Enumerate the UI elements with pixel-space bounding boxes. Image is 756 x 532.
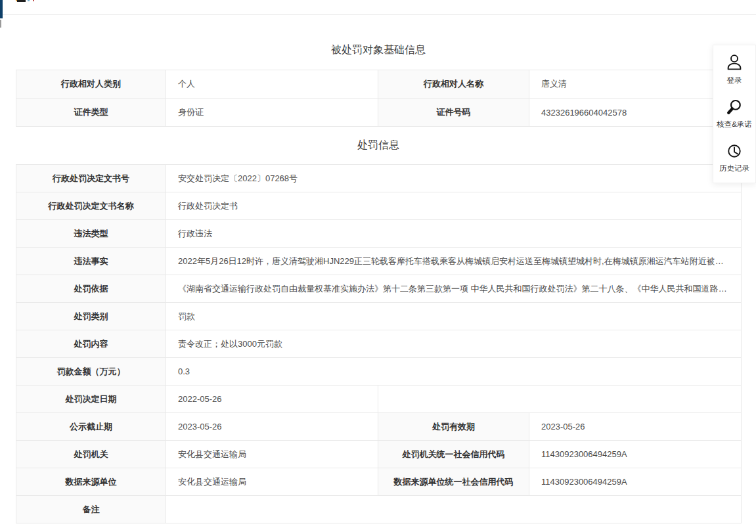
table-row: 违法事实 2022年5月26日12时许，唐义清驾驶湘HJN229正三轮载客摩托车… — [16, 248, 742, 275]
table-row: 公示截止期 2023-05-26 处罚有效期 2023-05-26 — [16, 413, 742, 441]
table-row: 备注 — [16, 496, 742, 523]
field-value: 11430923006494259A — [529, 468, 742, 496]
field-value: 身份证 — [166, 99, 378, 127]
field-value: 行政违法 — [166, 220, 742, 248]
login-button[interactable]: 登录 — [713, 53, 755, 85]
table-row: 数据来源单位 安化县交通运输局 数据来源单位统一社会信用代码 114309230… — [16, 468, 742, 496]
field-value-empty — [378, 386, 742, 413]
field-value: 安交处罚决定〔2022〕07268号 — [166, 165, 742, 192]
field-label: 违法类型 — [16, 220, 166, 248]
field-value: 行政处罚决定书 — [166, 192, 742, 220]
field-value: 11430923006494259A — [529, 441, 742, 468]
field-label: 处罚决定日期 — [16, 386, 166, 413]
table-row: 行政处罚决定文书号 安交处罚决定〔2022〕07268号 — [16, 165, 742, 192]
search-icon — [724, 97, 744, 117]
field-label: 证件类型 — [16, 99, 166, 127]
basic-info-title: 被处罚对象基础信息 — [16, 44, 741, 56]
clipped-fragment — [17, 0, 26, 2]
field-label: 证件号码 — [378, 99, 529, 127]
table-row: 处罚机关 安化县交通运输局 处罚机关统一社会信用代码 1143092300649… — [16, 441, 742, 468]
table-row: 处罚决定日期 2022-05-26 — [16, 386, 742, 413]
field-value: 罚款 — [166, 303, 742, 330]
field-value: 个人 — [166, 70, 378, 99]
table-row: 行政相对人类别 个人 行政相对人名称 唐义清 — [16, 70, 742, 99]
field-label: 行政处罚决定文书名称 — [16, 192, 166, 220]
field-label: 处罚依据 — [16, 275, 166, 303]
basic-info-table: 行政相对人类别 个人 行政相对人名称 唐义清 证件类型 身份证 证件号码 432… — [16, 70, 742, 127]
history-label: 历史记录 — [719, 164, 749, 173]
table-row: 证件类型 身份证 证件号码 432326196604042578 — [16, 99, 742, 127]
field-value-empty — [166, 496, 742, 523]
field-value: 2023-05-26 — [529, 413, 742, 441]
table-row: 处罚依据 《湖南省交通运输行政处罚自由裁量权基准实施办法》第十二条第三款第一项 … — [16, 275, 742, 303]
field-label: 行政处罚决定文书号 — [16, 165, 166, 192]
user-icon — [724, 53, 744, 73]
field-label: 处罚机关统一社会信用代码 — [378, 441, 529, 468]
field-value: 2022-05-26 — [166, 386, 378, 413]
field-value: 432326196604042578 — [529, 99, 742, 127]
field-label: 处罚有效期 — [378, 413, 529, 441]
field-label: 公示截止期 — [16, 413, 166, 441]
clock-icon — [724, 141, 744, 161]
top-bar — [0, 0, 756, 15]
field-value: 0.3 — [166, 358, 742, 386]
field-value: 2023-05-26 — [166, 413, 378, 441]
field-value: 安化县交通运输局 — [166, 441, 378, 468]
table-row: 罚款金额（万元） 0.3 — [16, 358, 742, 386]
field-label: 罚款金额（万元） — [16, 358, 166, 386]
field-label: 违法事实 — [16, 248, 166, 275]
field-label: 处罚机关 — [16, 441, 166, 468]
field-label: 行政相对人名称 — [378, 70, 529, 99]
field-value: 安化县交通运输局 — [166, 468, 378, 496]
field-label: 处罚类别 — [16, 303, 166, 330]
field-label: 数据来源单位统一社会信用代码 — [378, 468, 529, 496]
table-row: 违法类型 行政违法 — [16, 220, 742, 248]
field-value: 唐义清 — [529, 70, 742, 99]
field-value: 2022年5月26日12时许，唐义清驾驶湘HJN229正三轮载客摩托车搭载乘客从… — [166, 248, 742, 275]
side-panel: 登录 核查&承诺 历史记录 — [713, 45, 756, 183]
field-label: 处罚内容 — [16, 330, 166, 358]
field-label: 备注 — [16, 496, 166, 523]
history-button[interactable]: 历史记录 — [713, 141, 755, 173]
clipped-fragment — [28, 0, 30, 1]
navy-edge-strip — [0, 0, 3, 18]
field-value: 《湖南省交通运输行政处罚自由裁量权基准实施办法》第十二条第三款第一项 中华人民共… — [166, 275, 742, 303]
clipped-fragment — [33, 0, 34, 1]
field-label: 数据来源单位 — [16, 468, 166, 496]
login-label: 登录 — [727, 76, 742, 85]
table-row: 处罚内容 责令改正；处以3000元罚款 — [16, 330, 742, 358]
penalty-info-title: 处罚信息 — [16, 139, 741, 151]
clipped-fragment — [0, 20, 1, 28]
table-row: 行政处罚决定文书名称 行政处罚决定书 — [16, 192, 742, 220]
penalty-info-table: 行政处罚决定文书号 安交处罚决定〔2022〕07268号 行政处罚决定文书名称 … — [16, 164, 742, 523]
verify-promise-label: 核查&承诺 — [717, 120, 752, 129]
field-value: 责令改正；处以3000元罚款 — [166, 330, 742, 358]
main-content: 被处罚对象基础信息 行政相对人类别 个人 行政相对人名称 唐义清 证件类型 身份… — [16, 44, 741, 523]
table-row: 处罚类别 罚款 — [16, 303, 742, 330]
verify-promise-button[interactable]: 核查&承诺 — [713, 97, 755, 129]
field-label: 行政相对人类别 — [16, 70, 166, 99]
